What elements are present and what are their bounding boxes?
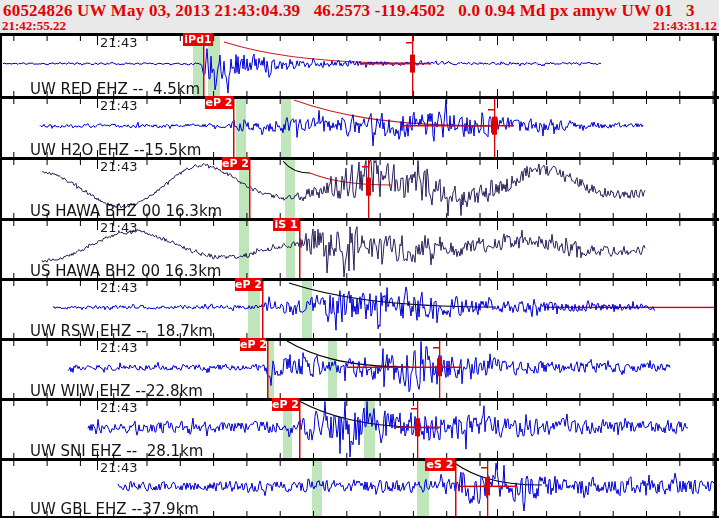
waveform-panel: 21:43 eP 2 US HAWA BHZ 00 16.3km [0, 157, 719, 218]
station-label: UW RSW EHZ -- 18.7km [30, 323, 213, 339]
phase-pick-flag[interactable]: eP 2 [240, 338, 266, 351]
waveform-panel: 21:43 eP 2 UW RSW EHZ -- 18.7km [0, 278, 719, 338]
plot-right-border [714, 33, 717, 518]
seismogram-viewer-window: 60524826 UW May 03, 2013 21:43:04.39 46.… [0, 0, 719, 518]
station-label: UW H2O EHZ --15.5km [30, 142, 201, 158]
phase-pick-flag[interactable]: eS 2 [425, 458, 455, 471]
station-label: US HAWA BH2 00 16.3km [30, 263, 221, 279]
waveform-panel: 21:43 eP 2 UW WIW EHZ --22.8km [0, 338, 719, 398]
station-label: US HAWA BHZ 00 16.3km [30, 203, 222, 219]
panel-minute-label: 21:43 [100, 281, 137, 295]
panel-minute-label: 21:43 [100, 221, 137, 235]
station-label: UW SNI EHZ -- 28.1km [30, 443, 203, 459]
phase-pick-flag[interactable]: iPd1 [183, 33, 213, 46]
phase-pick-flag[interactable]: eP 2 [272, 398, 299, 411]
waveform-panel: 21:43 eS 2 UW GBL EHZ --37.9km [0, 458, 719, 516]
station-label: UW RED EHZ -- 4.5km [30, 81, 200, 97]
phase-pick-flag[interactable]: iS 1 [273, 218, 299, 231]
phase-pick-flag[interactable]: eP 2 [205, 96, 233, 109]
waveform-panel: 21:43 iS 1 US HAWA BH2 00 16.3km [0, 218, 719, 278]
panel-minute-label: 21:43 [100, 461, 137, 475]
panel-minute-label: 21:43 [100, 341, 137, 355]
plot-left-border [0, 33, 2, 518]
window-start-time: 21:42:55.22 [2, 18, 66, 34]
station-label: UW WIW EHZ --22.8km [30, 383, 203, 399]
panel-minute-label: 21:43 [100, 36, 137, 50]
waveform-panel: 21:43 eP 2 UW H2O EHZ --15.5km [0, 96, 719, 157]
phase-pick-flag[interactable]: eP 2 [222, 157, 249, 170]
window-end-time: 21:43:31.12 [653, 18, 717, 34]
panel-minute-label: 21:43 [100, 160, 137, 174]
station-label: UW GBL EHZ --37.9km [30, 501, 199, 517]
panel-minute-label: 21:43 [100, 401, 137, 415]
phase-pick-flag[interactable]: eP 2 [235, 278, 262, 291]
waveform-panel: 21:43 eP 2 UW SNI EHZ -- 28.1km [0, 398, 719, 458]
waveform-panel: 21:43 iPd1 UW RED EHZ -- 4.5km [0, 33, 719, 96]
event-summary-header: 60524826 UW May 03, 2013 21:43:04.39 46.… [3, 1, 719, 21]
panel-minute-label: 21:43 [100, 99, 137, 113]
